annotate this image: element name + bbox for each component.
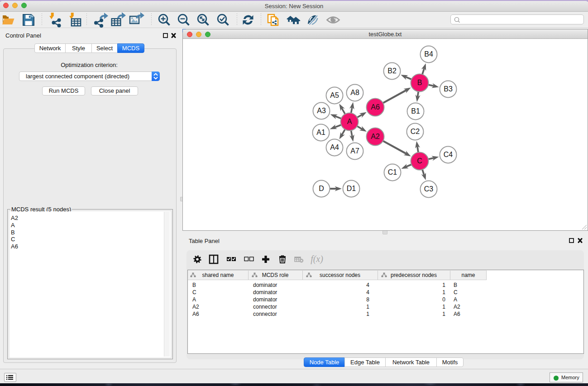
svg-text:B: B — [417, 79, 422, 86]
svg-text:A4: A4 — [330, 143, 339, 151]
svg-text:D1: D1 — [347, 185, 356, 192]
svg-text:A7: A7 — [350, 147, 359, 155]
svg-text:A6: A6 — [371, 103, 380, 111]
svg-text:f(x): f(x) — [311, 254, 323, 264]
svg-text:C1: C1 — [388, 168, 397, 176]
svg-text:C2: C2 — [411, 128, 420, 135]
svg-text:B2: B2 — [387, 67, 397, 75]
svg-text:A5: A5 — [330, 91, 339, 99]
svg-text:A8: A8 — [350, 89, 359, 96]
svg-text:A2: A2 — [371, 133, 380, 140]
svg-text:C: C — [417, 157, 422, 165]
svg-text:A: A — [347, 118, 352, 125]
svg-text:A1: A1 — [316, 129, 325, 136]
svg-text:B4: B4 — [424, 50, 433, 58]
svg-text:B3: B3 — [444, 85, 453, 93]
svg-text:C3: C3 — [424, 185, 434, 193]
svg-text:C4: C4 — [444, 151, 453, 158]
svg-text:A3: A3 — [317, 107, 326, 114]
svg-text:B1: B1 — [411, 107, 420, 115]
svg-text:D: D — [319, 185, 324, 192]
